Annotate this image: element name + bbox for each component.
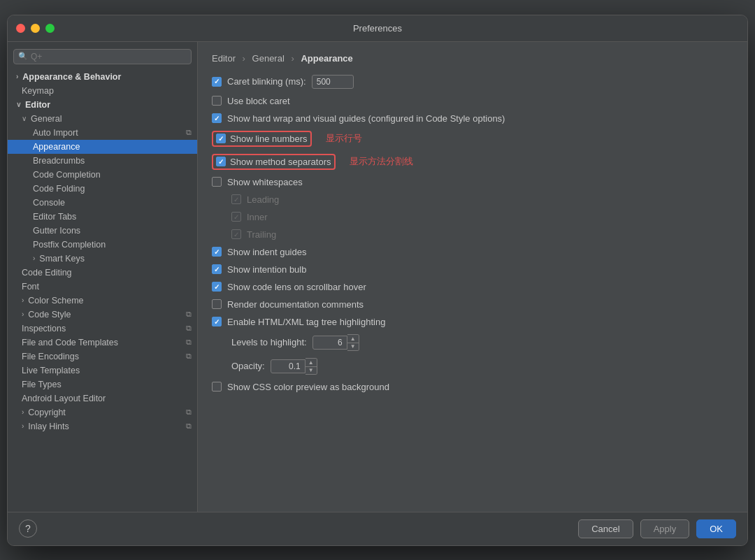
sidebar-item-label: Copyright (28, 408, 66, 417)
sidebar-item-file-encodings[interactable]: File Encodings ⧉ (8, 350, 197, 364)
use-block-caret-row: Use block caret (212, 96, 733, 106)
sidebar-item-general[interactable]: ∨ General (8, 112, 197, 126)
sidebar-item-label: Live Templates (22, 366, 80, 375)
sidebar-item-inspections[interactable]: Inspections ⧉ (8, 322, 197, 336)
chevron-right-icon: › (33, 254, 35, 262)
sidebar-item-appearance-behavior[interactable]: › Appearance & Behavior (8, 70, 197, 84)
sidebar-item-inlay-hints[interactable]: › Inlay Hints ⧉ (8, 419, 197, 433)
show-line-numbers-row: Show line numbers 显示行号 (212, 131, 733, 147)
trailing-label: Trailing (247, 229, 276, 240)
apply-button[interactable]: Apply (640, 519, 690, 538)
sidebar-item-editor[interactable]: ∨ Editor (8, 98, 197, 112)
levels-label: Levels to highlight: (231, 337, 307, 347)
leading-label: Leading (247, 194, 279, 205)
show-css-label: Show CSS color preview as background (227, 382, 389, 392)
sidebar-item-code-completion[interactable]: Code Completion (8, 168, 197, 182)
sidebar-item-code-editing[interactable]: Code Editing (8, 266, 197, 280)
show-intention-bulb-checkbox[interactable] (212, 264, 222, 274)
chevron-right-icon: › (22, 408, 24, 416)
sidebar-item-android-layout-editor[interactable]: Android Layout Editor (8, 392, 197, 405)
sidebar-item-gutter-icons[interactable]: Gutter Icons (8, 224, 197, 238)
levels-row: Levels to highlight: ▲ ▼ (212, 334, 733, 351)
sidebar-item-live-templates[interactable]: Live Templates (8, 364, 197, 378)
render-doc-comments-checkbox[interactable] (212, 299, 222, 309)
cancel-button[interactable]: Cancel (578, 519, 633, 538)
sidebar-item-console[interactable]: Console (8, 196, 197, 210)
sidebar-item-label: Gutter Icons (33, 226, 80, 236)
levels-spinner[interactable]: ▲ ▼ (312, 334, 359, 351)
chevron-right-icon: › (22, 296, 24, 304)
inner-checkbox (231, 212, 241, 222)
show-code-lens-label: Show code lens on scrollbar hover (227, 282, 366, 292)
chevron-down-icon: ∨ (16, 101, 21, 108)
levels-input[interactable] (312, 336, 347, 350)
sidebar-item-label: Appearance & Behavior (22, 72, 121, 82)
sidebar-item-file-code-templates[interactable]: File and Code Templates ⧉ (8, 336, 197, 350)
trailing-checkbox (231, 229, 241, 239)
search-box[interactable]: 🔍 (13, 49, 192, 64)
maximize-button[interactable] (45, 24, 55, 33)
sidebar-item-smart-keys[interactable]: › Smart Keys (8, 252, 197, 266)
show-whitespaces-row: Show whitespaces (212, 177, 733, 187)
opacity-down-button[interactable]: ▼ (305, 366, 317, 374)
copy-icon: ⧉ (186, 338, 192, 347)
sidebar-item-file-types[interactable]: File Types (8, 378, 197, 392)
enable-html-xml-checkbox[interactable] (212, 317, 222, 326)
sidebar-item-copyright[interactable]: › Copyright ⧉ (8, 405, 197, 419)
sidebar-item-auto-import[interactable]: Auto Import ⧉ (8, 126, 197, 140)
opacity-input[interactable] (271, 359, 305, 373)
sidebar-item-breadcrumbs[interactable]: Breadcrumbs (8, 154, 197, 168)
close-button[interactable] (16, 24, 25, 33)
show-hard-wrap-checkbox[interactable] (212, 113, 222, 123)
use-block-caret-checkbox[interactable] (212, 96, 222, 106)
levels-up-button[interactable]: ▲ (347, 335, 359, 343)
caret-blinking-input[interactable] (312, 75, 354, 89)
show-indent-guides-checkbox[interactable] (212, 247, 222, 257)
show-line-numbers-checkbox[interactable] (216, 134, 226, 143)
search-input[interactable] (31, 52, 187, 62)
show-line-numbers-highlight: Show line numbers (212, 131, 312, 147)
sidebar-item-label: Smart Keys (39, 254, 85, 264)
sidebar-item-editor-tabs[interactable]: Editor Tabs (8, 210, 197, 224)
chevron-down-icon: ∨ (22, 115, 27, 122)
sidebar-item-appearance[interactable]: Appearance (8, 140, 197, 154)
chevron-right-icon: › (22, 310, 24, 318)
opacity-up-button[interactable]: ▲ (305, 359, 317, 366)
sidebar-item-label: Console (33, 198, 65, 208)
trailing-row: Trailing (212, 229, 733, 240)
minimize-button[interactable] (31, 24, 40, 33)
help-button[interactable]: ? (19, 519, 37, 538)
show-method-separators-checkbox[interactable] (216, 157, 226, 166)
search-icon: 🔍 (18, 52, 28, 61)
sidebar-item-font[interactable]: Font (8, 280, 197, 294)
sidebar-item-label: General (31, 114, 62, 124)
sidebar-item-label: Breadcrumbs (33, 156, 85, 166)
opacity-spin-buttons: ▲ ▼ (305, 358, 317, 375)
sidebar-item-label: Editor (25, 100, 50, 110)
sidebar-item-keymap[interactable]: Keymap (8, 84, 197, 98)
ok-button[interactable]: OK (696, 519, 736, 538)
use-block-caret-label: Use block caret (227, 96, 290, 106)
show-method-separators-label: Show method separators (230, 157, 331, 167)
caret-blinking-checkbox[interactable] (212, 77, 222, 87)
show-indent-guides-label: Show indent guides (227, 247, 306, 257)
show-code-lens-row: Show code lens on scrollbar hover (212, 282, 733, 292)
sidebar-item-label: Color Scheme (28, 296, 83, 306)
footer-left: ? (19, 519, 37, 538)
show-css-checkbox[interactable] (212, 382, 222, 392)
sidebar-item-label: Postfix Completion (33, 240, 106, 250)
sidebar-item-label: Inlay Hints (28, 422, 69, 431)
copy-icon: ⧉ (186, 408, 192, 417)
opacity-spinner[interactable]: ▲ ▼ (271, 358, 317, 375)
sidebar-item-label: Font (22, 282, 39, 292)
levels-down-button[interactable]: ▼ (347, 343, 359, 350)
sidebar-item-code-style[interactable]: › Code Style ⧉ (8, 308, 197, 322)
sidebar-item-postfix-completion[interactable]: Postfix Completion (8, 238, 197, 252)
show-whitespaces-checkbox[interactable] (212, 177, 222, 187)
copy-icon: ⧉ (186, 128, 192, 137)
sidebar-item-code-folding[interactable]: Code Folding (8, 182, 197, 196)
sidebar-item-label: Appearance (33, 142, 80, 152)
sidebar-item-color-scheme[interactable]: › Color Scheme (8, 294, 197, 308)
leading-row: Leading (212, 194, 733, 205)
show-code-lens-checkbox[interactable] (212, 282, 222, 292)
